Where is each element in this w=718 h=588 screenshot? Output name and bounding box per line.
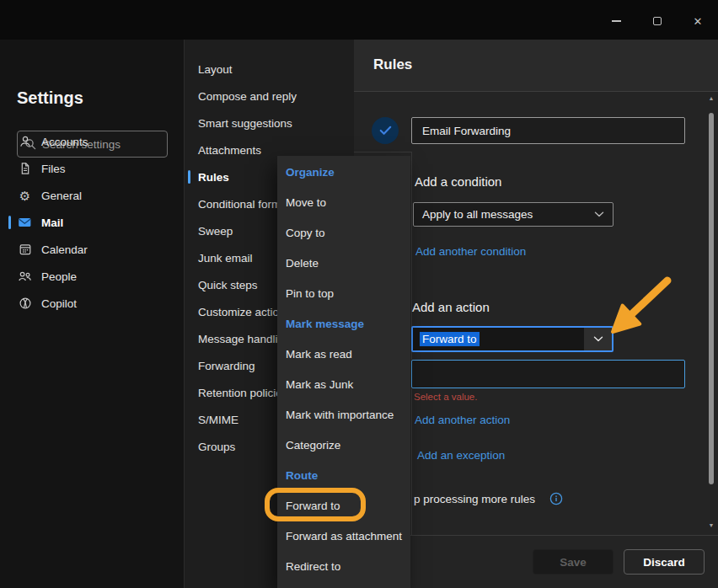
- sidebar-item-mail[interactable]: Mail: [0, 209, 185, 236]
- page-title: Rules: [373, 56, 412, 73]
- close-icon: ✕: [694, 16, 703, 27]
- condition-selected-value: Apply to all messages: [422, 208, 533, 221]
- action-selected-value: Forward to: [420, 332, 480, 346]
- sidebar-item-label: Mail: [41, 216, 63, 229]
- selected-indicator: [8, 216, 11, 229]
- minimize-icon: [612, 20, 621, 22]
- add-another-condition-link[interactable]: Add another condition: [415, 245, 526, 258]
- menu-item-forward-as-attachment[interactable]: Forward as attachment: [277, 521, 410, 551]
- menu-item-move-to[interactable]: Move to: [277, 187, 410, 217]
- action-heading: Add an action: [412, 300, 490, 314]
- sidebar-item-label: Copilot: [41, 297, 77, 310]
- menu-header-mark-message: Mark message: [277, 308, 410, 339]
- scrollbar-up-arrow[interactable]: ▲: [706, 94, 716, 103]
- action-options-menu: Organize Move to Copy to Delete Pin to t…: [277, 156, 410, 588]
- info-icon[interactable]: [549, 492, 563, 505]
- sidebar-item-label: Files: [41, 163, 66, 175]
- scrollbar-down-arrow[interactable]: ▼: [706, 521, 716, 530]
- outlook-settings-window: ✕ Settings Accounts Files ⚙ General: [0, 0, 718, 588]
- nav-item-smart-suggestions[interactable]: Smart suggestions: [185, 110, 354, 136]
- nav-item-layout[interactable]: Layout: [185, 56, 354, 83]
- menu-item-redirect-to[interactable]: Redirect to: [277, 551, 410, 581]
- menu-header-route: Route: [277, 460, 410, 490]
- calendar-icon: [18, 243, 32, 257]
- action-select[interactable]: Forward to: [411, 326, 614, 352]
- selected-indicator: [188, 170, 190, 184]
- scrollbar-thumb[interactable]: [709, 113, 714, 484]
- sidebar-item-general[interactable]: ⚙ General: [0, 182, 185, 209]
- close-button[interactable]: ✕: [684, 8, 711, 34]
- sidebar-item-label: Accounts: [41, 136, 88, 148]
- save-button[interactable]: Save: [533, 549, 614, 575]
- mail-icon: [18, 216, 32, 230]
- sidebar-item-accounts[interactable]: Accounts: [0, 128, 185, 155]
- rules-panel-header: Rules: [354, 40, 718, 91]
- menu-item-mark-as-junk[interactable]: Mark as Junk: [277, 369, 410, 399]
- validation-error-text: Select a value.: [414, 392, 477, 402]
- action-value-input[interactable]: [411, 360, 685, 388]
- gear-icon: ⚙: [18, 189, 32, 203]
- gutter-divider-horizontal: [354, 152, 411, 152]
- condition-select[interactable]: Apply to all messages: [413, 202, 614, 227]
- menu-item-mark-with-importance[interactable]: Mark with importance: [277, 399, 410, 430]
- menu-item-delete[interactable]: Delete: [277, 248, 410, 278]
- minimize-button[interactable]: [603, 8, 630, 34]
- nav-item-compose-and-reply[interactable]: Compose and reply: [185, 83, 354, 110]
- sidebar-item-label: Calendar: [41, 243, 88, 256]
- rule-name-input[interactable]: [411, 117, 685, 144]
- menu-item-pin-to-top[interactable]: Pin to top: [277, 278, 410, 308]
- stop-processing-label: p processing more rules: [414, 493, 535, 505]
- sidebar-item-label: General: [41, 190, 82, 202]
- rule-enabled-checkmark[interactable]: [372, 117, 399, 144]
- maximize-button[interactable]: [644, 8, 671, 34]
- condition-heading: Add a condition: [415, 174, 501, 189]
- titlebar: ✕: [0, 0, 718, 40]
- add-another-action-link[interactable]: Add another action: [415, 414, 510, 426]
- discard-button[interactable]: Discard: [624, 549, 705, 575]
- maximize-icon: [653, 17, 662, 25]
- settings-sidebar: Settings Accounts Files ⚙ General: [0, 40, 185, 588]
- person-icon: [18, 135, 32, 149]
- menu-item-forward-to[interactable]: Forward to: [277, 490, 410, 521]
- sidebar-item-label: People: [41, 270, 77, 283]
- menu-item-categorize[interactable]: Categorize: [277, 430, 410, 460]
- sidebar-item-files[interactable]: Files: [0, 155, 185, 182]
- add-an-exception-link[interactable]: Add an exception: [417, 449, 505, 462]
- menu-item-mark-as-read[interactable]: Mark as read: [277, 339, 410, 369]
- people-icon: [18, 270, 32, 284]
- file-icon: [18, 162, 32, 176]
- header-divider: [354, 91, 718, 92]
- menu-header-organize: Organize: [277, 157, 410, 187]
- chevron-down-icon: [594, 211, 604, 217]
- action-select-chevron-button[interactable]: [584, 328, 612, 350]
- copilot-icon: [18, 297, 32, 311]
- menu-item-copy-to[interactable]: Copy to: [277, 217, 410, 248]
- settings-title: Settings: [17, 88, 83, 108]
- sidebar-item-copilot[interactable]: Copilot: [0, 290, 185, 317]
- sidebar-item-people[interactable]: People: [0, 263, 185, 290]
- sidebar-item-calendar[interactable]: Calendar: [0, 236, 185, 263]
